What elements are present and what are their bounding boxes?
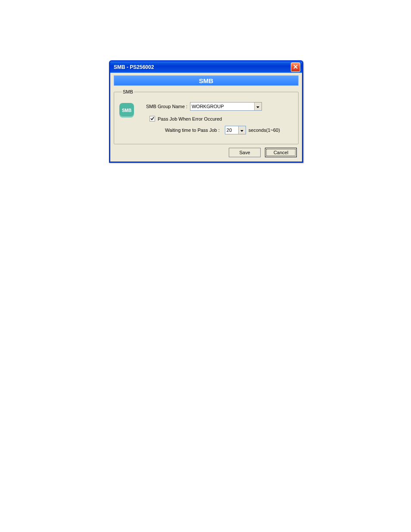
checkmark-icon (150, 116, 154, 121)
group-name-dropdown[interactable] (254, 103, 262, 110)
wait-input[interactable] (225, 126, 238, 134)
heading: SMB (114, 75, 299, 86)
cancel-button[interactable]: Cancel (265, 148, 297, 157)
wait-label: Waiting time to Pass Job : (165, 128, 220, 133)
smb-dialog: SMB - PS256002 SMB SMB SMB SMB Group Nam… (109, 60, 303, 163)
close-button[interactable] (291, 62, 300, 72)
save-button[interactable]: Save (229, 148, 261, 157)
wait-combo[interactable] (225, 126, 246, 134)
chevron-down-icon (240, 128, 243, 133)
group-name-input[interactable] (190, 103, 254, 110)
button-row: Save Cancel (114, 148, 299, 157)
groupbox-legend: SMB (122, 89, 134, 94)
close-icon (293, 64, 298, 70)
smb-icon: SMB (119, 103, 134, 118)
group-name-label: SMB Group Name : (146, 104, 187, 109)
pass-job-checkbox[interactable] (149, 116, 155, 121)
pass-job-label: Pass Job When Error Occured (158, 116, 222, 121)
smb-groupbox: SMB SMB SMB Group Name : (114, 89, 299, 144)
window-title: SMB - PS256002 (114, 64, 154, 70)
wait-dropdown[interactable] (238, 126, 246, 134)
dialog-content: SMB SMB SMB SMB Group Name : (110, 73, 302, 162)
chevron-down-icon (256, 104, 259, 109)
group-name-combo[interactable] (190, 102, 262, 111)
wait-suffix: seconds(1~60) (249, 128, 280, 133)
titlebar[interactable]: SMB - PS256002 (110, 62, 302, 73)
